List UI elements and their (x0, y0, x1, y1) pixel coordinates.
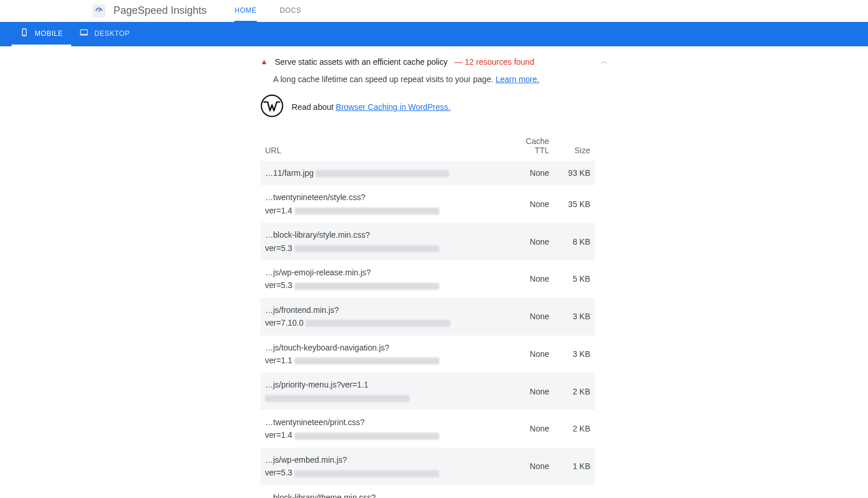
cell-size: 3 KB (554, 298, 595, 335)
cell-size: 5 KB (554, 260, 595, 298)
table-row: …11/farm.jpg None93 KB (260, 161, 595, 185)
resource-url: …js/priority-menu.js?ver=1.1 (265, 380, 369, 389)
tab-home[interactable]: HOME (234, 0, 256, 22)
cell-url: …js/wp-emoji-release.min.js? ver=5.3 (260, 260, 518, 298)
device-tab-mobile[interactable]: MOBILE (12, 22, 71, 46)
redacted-text (316, 170, 449, 177)
audit-header[interactable]: ▲ Serve static assets with an efficient … (260, 57, 608, 67)
top-tabs: HOME DOCS (234, 0, 301, 22)
col-header-size: Size (554, 131, 595, 161)
cell-url: …js/priority-menu.js?ver=1.1 (260, 372, 518, 410)
app-header: PageSpeed Insights HOME DOCS (0, 0, 868, 22)
redacted-text (295, 433, 439, 440)
cell-cache-ttl: None (518, 223, 554, 260)
warning-triangle-icon: ▲ (260, 57, 268, 66)
tab-docs[interactable]: DOCS (280, 0, 301, 22)
cell-cache-ttl: None (518, 185, 554, 223)
redacted-text (295, 245, 439, 252)
cell-url: …11/farm.jpg (260, 161, 518, 185)
table-row: …js/priority-menu.js?ver=1.1 None2 KB (260, 372, 595, 410)
table-header-row: URL Cache TTL Size (260, 131, 595, 161)
cell-url: …block-library/theme.min.css? ver=5.3 (260, 485, 518, 498)
cell-cache-ttl: None (518, 448, 554, 485)
learn-more-link[interactable]: Learn more. (495, 75, 539, 84)
resource-url-sub: ver=7.10.0 (265, 318, 306, 327)
resource-url-sub: ver=1.1 (265, 356, 295, 365)
resource-url: …twentynineteen/print.css? (265, 418, 365, 427)
resource-url: …11/farm.jpg (265, 168, 316, 178)
redacted-text (295, 208, 439, 215)
resource-url: …js/wp-emoji-release.min.js? (265, 268, 371, 277)
cell-cache-ttl: None (518, 260, 554, 298)
wp-caching-link[interactable]: Browser Caching in WordPress. (336, 102, 450, 112)
cell-size: 1 KB (554, 448, 595, 485)
tab-label: HOME (234, 6, 256, 14)
redacted-text (306, 320, 450, 327)
table-row: …js/wp-emoji-release.min.js? ver=5.3 Non… (260, 260, 595, 298)
app-title: PageSpeed Insights (113, 5, 207, 17)
desktop-icon (79, 28, 89, 39)
cell-url: …twentynineteen/style.css? ver=1.4 (260, 185, 518, 223)
cell-cache-ttl: None (518, 410, 554, 448)
resource-url-sub: ver=1.4 (265, 206, 295, 215)
redacted-text (295, 357, 439, 364)
redacted-text (295, 470, 439, 477)
table-row: …twentynineteen/print.css? ver=1.4 None2… (260, 410, 595, 448)
wordpress-icon (260, 94, 284, 119)
cell-size: 35 KB (554, 185, 595, 223)
tab-label: DOCS (280, 6, 301, 14)
table-row: …js/touch-keyboard-navigation.js? ver=1.… (260, 335, 595, 373)
device-tab-label: DESKTOP (94, 29, 130, 38)
svg-point-2 (24, 34, 24, 35)
pagespeed-logo-icon (93, 5, 105, 17)
device-tab-label: MOBILE (35, 29, 63, 38)
resource-url: …js/touch-keyboard-navigation.js? (265, 343, 389, 352)
chevron-up-icon: ︿ (601, 57, 608, 67)
cell-url: …twentynineteen/print.css? ver=1.4 (260, 410, 518, 448)
cell-size: 8 KB (554, 223, 595, 260)
resource-url: …js/frontend.min.js? (265, 305, 339, 315)
table-row: …twentynineteen/style.css? ver=1.4 None3… (260, 185, 595, 223)
audit-cache-policy: ▲ Serve static assets with an efficient … (260, 57, 608, 498)
audit-description: A long cache lifetime can speed up repea… (273, 75, 608, 84)
resource-url: …twentynineteen/style.css? (265, 193, 366, 202)
main-content: ▲ Serve static assets with an efficient … (0, 46, 868, 498)
cell-size: 2 KB (554, 372, 595, 410)
cell-cache-ttl: None (518, 372, 554, 410)
table-row: …block-library/theme.min.css? ver=5.3 No… (260, 485, 595, 498)
resources-table: URL Cache TTL Size …11/farm.jpg None93 K… (260, 131, 595, 498)
cell-url: …js/frontend.min.js? ver=7.10.0 (260, 298, 518, 335)
device-tab-desktop[interactable]: DESKTOP (71, 22, 138, 46)
cell-size: 3 KB (554, 335, 595, 373)
redacted-text (265, 395, 410, 402)
cell-cache-ttl: None (518, 335, 554, 373)
resource-url-sub: ver=5.3 (265, 468, 295, 477)
cell-size: 1 KB (554, 485, 595, 498)
resource-url-sub: ver=5.3 (265, 244, 295, 253)
resource-url-sub: ver=1.4 (265, 430, 295, 440)
table-row: …js/wp-embed.min.js? ver=5.3 None1 KB (260, 448, 595, 485)
cell-size: 2 KB (554, 410, 595, 448)
wp-hint-text: Read about Browser Caching in WordPress. (292, 102, 450, 112)
table-row: …block-library/style.min.css? ver=5.3 No… (260, 223, 595, 260)
resource-url: …js/wp-embed.min.js? (265, 455, 347, 464)
col-header-ttl: Cache TTL (518, 131, 554, 161)
cell-cache-ttl: None (518, 161, 554, 185)
svg-point-0 (98, 10, 100, 11)
cell-url: …js/touch-keyboard-navigation.js? ver=1.… (260, 335, 518, 373)
redacted-text (295, 283, 439, 290)
audit-desc-text: A long cache lifetime can speed up repea… (273, 75, 495, 84)
table-row: …js/frontend.min.js? ver=7.10.0 None3 KB (260, 298, 595, 335)
cell-url: …block-library/style.min.css? ver=5.3 (260, 223, 518, 260)
device-tab-bar: MOBILE DESKTOP (0, 22, 868, 46)
col-header-url: URL (260, 131, 518, 161)
audit-title: Serve static assets with an efficient ca… (275, 57, 448, 67)
svg-rect-3 (80, 29, 87, 34)
cell-cache-ttl: None (518, 298, 554, 335)
wordpress-hint: Read about Browser Caching in WordPress. (260, 94, 608, 119)
resource-url: …block-library/theme.min.css? (265, 493, 376, 498)
cell-cache-ttl: None (518, 485, 554, 498)
audit-count: — 12 resources found (454, 57, 534, 67)
resource-url: …block-library/style.min.css? (265, 230, 370, 239)
resource-url-sub: ver=5.3 (265, 281, 295, 290)
